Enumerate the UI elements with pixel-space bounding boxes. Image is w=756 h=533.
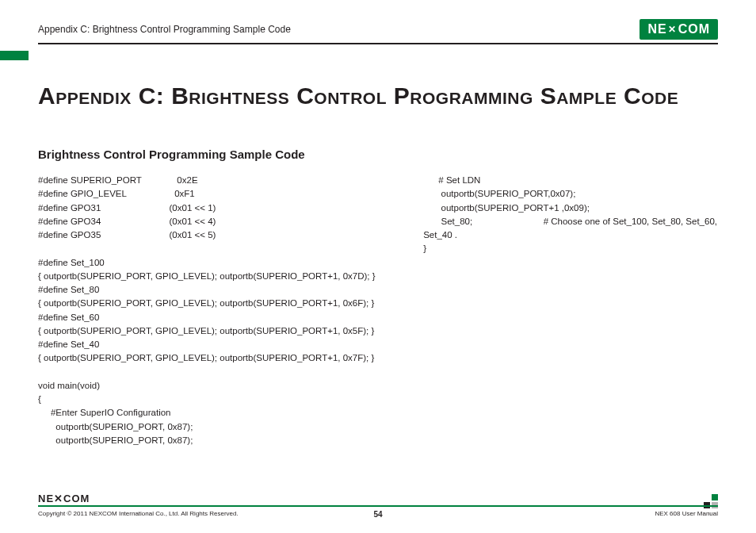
page-footer: NE✕COM Copyright © 2011 NEXCOM Internati… — [38, 505, 718, 517]
code-column-left: #define SUPERIO_PORT 0x2E #define GPIO_L… — [38, 174, 391, 447]
code-column-right: # Set LDN outportb(SUPERIO_PORT,0x07); o… — [423, 174, 718, 447]
nexcom-logo: NECOM — [640, 19, 718, 40]
page-title: Appendix C: Brightness Control Programmi… — [38, 82, 718, 109]
square-green — [712, 494, 718, 500]
code-columns: #define SUPERIO_PORT 0x2E #define GPIO_L… — [38, 174, 718, 447]
section-title: Brightness Control Programming Sample Co… — [38, 148, 718, 161]
page-header: Appendix C: Brightness Control Programmi… — [38, 19, 718, 44]
logo-x-icon — [667, 22, 678, 36]
logo-part-left: NE — [647, 22, 666, 36]
footer-manual-name: NEX 608 User Manual — [655, 507, 718, 517]
logo-part-right: COM — [678, 22, 710, 36]
footer-logo: NE✕COM — [38, 493, 90, 504]
footer-page-number: 54 — [373, 510, 382, 519]
green-tab-decoration — [0, 51, 29, 60]
breadcrumb: Appendix C: Brightness Control Programmi… — [38, 24, 291, 35]
footer-copyright: Copyright © 2011 NEXCOM International Co… — [38, 507, 239, 517]
footer-bar: Copyright © 2011 NEXCOM International Co… — [38, 505, 718, 517]
